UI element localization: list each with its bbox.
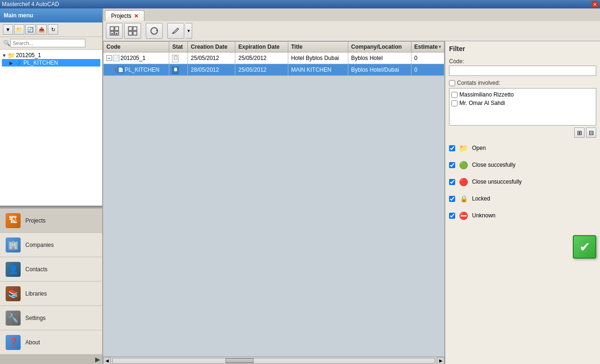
project-icon: 🔷 [15,59,22,66]
close-ok-status-icon: 🟢 [459,160,468,170]
status-filter-icons: ⊞ ⊟ [449,127,596,138]
cell-company-sub: Byblos Hotel/Dubai [348,64,412,76]
filter-code-section: Code: [449,58,596,76]
cell-code-sub: | 📄 PL_KITCHEN [104,64,169,76]
tree-child-item[interactable]: ▶ 🔷 PL_KITCHEN [2,59,100,67]
table-row[interactable]: | 📄 PL_KITCHEN 📋 28/05/2012 25/05/2012 [104,64,444,76]
sidebar-item-settings[interactable]: 🔧 Settings [0,306,102,330]
tab-close-icon[interactable]: ✕ [134,13,138,19]
status-expand-button[interactable]: ⊞ [574,127,585,138]
row-collapse-icon[interactable]: − [106,55,112,61]
status-locked-checkbox[interactable] [449,196,455,202]
tree-root-label: 201205_1 [16,52,41,59]
cell-title-sub: MAIN KITCHEN [288,64,348,76]
cell-title: Hotel Byblos Dubai [288,52,348,64]
contact-item-2: Mr. Omar Al Sahdi [451,99,594,107]
scroll-right-arrow[interactable]: ▶ [437,357,444,364]
content-area: Projects ✕ [103,8,600,364]
cell-expiration-date-sub: 25/05/2012 [235,64,288,76]
tab-label: Projects [111,13,131,19]
search-icon: 🔍 [3,39,10,47]
tree-toggle-icon[interactable]: ▼ [2,53,8,58]
filter-title: Filter [449,45,596,52]
cell-stat-sub: 📋 [169,64,188,76]
settings-label: Settings [25,315,45,321]
contact-checkbox-1[interactable] [451,92,458,98]
table-header-row: Code Stat Creation Date Expiration Date … [104,42,444,52]
expand-all-button[interactable] [106,23,123,39]
companies-label: Companies [25,242,54,248]
svg-rect-9 [133,27,137,30]
cell-estimate-sub: 0 [411,64,444,76]
sidebar: Main menu ▼ 📁 🔄 📤 ↻ 🔍 ▼ 📁 201205_1 ▶ 🔷 P… [0,8,103,364]
filter-code-label: Code: [449,58,596,65]
sidebar-item-about[interactable]: ❓ About [0,330,102,355]
scroll-left-arrow[interactable]: ◀ [103,357,111,364]
projects-area: Code Stat Creation Date Expiration Date … [103,41,445,364]
cell-expiration-date: 25/05/2012 [235,52,288,64]
sidebar-item-libraries[interactable]: 📚 Libraries [0,282,102,306]
sidebar-item-contacts[interactable]: 👤 Contacts [0,257,102,282]
contacts-involved-label: Contats involved: [457,80,500,86]
sidebar-btn-4[interactable]: 📤 [37,24,47,35]
table-scrollbar[interactable]: ◀ ▶ [103,357,444,364]
filter-contacts-section: Contats involved: Massimiliano Rizzetto … [449,80,596,126]
close-window-button[interactable]: ✕ [592,1,598,7]
ok-button[interactable]: ✔ [573,235,596,259]
sidebar-item-projects[interactable]: 🏗 Projects [0,208,102,233]
table-row[interactable]: − 📄 201205_1 📋 25/05/2012 25/05/2012 [104,52,444,64]
svg-rect-0 [110,27,114,30]
row-code-label: 201205_1 [120,55,145,61]
status-open-label: Open [472,145,486,151]
contacts-involved-checkbox[interactable] [449,80,455,86]
sidebar-item-companies[interactable]: 🏢 Companies [0,233,102,257]
search-input[interactable] [10,39,85,47]
folder-icon: 📁 [8,52,15,59]
edit-button[interactable] [167,23,184,39]
status-open-checkbox[interactable] [449,145,455,151]
edit-icon [171,26,180,36]
sidebar-btn-1[interactable]: ▼ [3,24,13,35]
filter-code-input[interactable] [449,66,596,76]
sidebar-bottom-arrow[interactable]: ▶ [0,355,102,364]
locked-status-icon: 🔒 [459,194,468,203]
status-close-fail-checkbox[interactable] [449,179,455,185]
status-close-ok-label: Close succesfully [472,162,516,168]
tree-child-toggle[interactable]: ▶ [9,60,15,66]
svg-rect-1 [115,27,119,30]
settings-icon: 🔧 [6,311,21,326]
stat-page-blue-icon2: 📋 [172,67,179,74]
col-estimate: Estimate ▼ [411,42,444,52]
cell-company: Byblos Hotel [348,52,412,64]
filter-panel: Filter Code: Contats involved: Massimili… [445,41,600,364]
open-status-icon: 📁 [459,143,468,153]
status-collapse-button[interactable]: ⊟ [586,127,596,138]
close-fail-status-icon: 🔴 [459,177,468,186]
sidebar-btn-3[interactable]: 🔄 [25,24,36,35]
tab-projects[interactable]: Projects ✕ [105,10,144,21]
contact-checkbox-2[interactable] [451,100,458,106]
contacts-icon: 👤 [6,262,21,277]
stat-page-blue-icon: 📄 [117,67,124,73]
filter-status-close-fail: 🔴 Close unsuccesfully [449,175,596,188]
refresh-button[interactable] [146,23,163,39]
svg-rect-10 [128,31,132,35]
status-close-ok-checkbox[interactable] [449,162,455,168]
stat-icon: 📋 [172,55,179,62]
app-title: Masterchef 4 AutoCAD [2,1,59,7]
status-close-fail-label: Close unsuccesfully [472,178,522,185]
edit-dropdown-button[interactable]: ▼ [186,23,192,39]
tree-root-item[interactable]: ▼ 📁 201205_1 [2,52,100,59]
sidebar-toolbar: ▼ 📁 🔄 📤 ↻ [0,22,102,37]
sort-arrow-icon: ▼ [438,45,442,49]
about-icon: ❓ [6,335,21,350]
scrollbar-thumb[interactable] [225,358,254,363]
collapse-all-button[interactable] [124,23,141,39]
svg-rect-11 [133,31,137,35]
unknown-status-icon: ⛔ [459,211,468,220]
sidebar-btn-2[interactable]: 📁 [14,24,24,35]
sidebar-search-area: 🔍 [0,37,102,50]
sidebar-refresh-button[interactable]: ↻ [48,24,58,35]
scrollbar-track[interactable] [112,358,435,364]
status-unknown-checkbox[interactable] [449,213,455,219]
